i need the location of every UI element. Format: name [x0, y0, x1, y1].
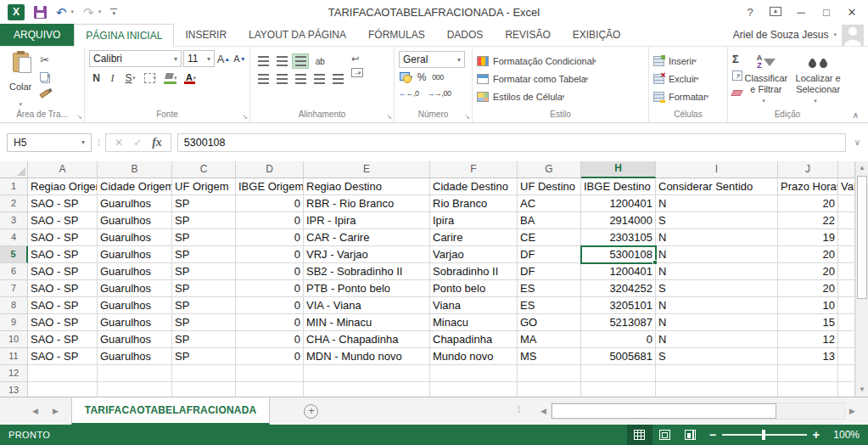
account-area[interactable]: Ariel de Souza Jesus ▾ — [733, 24, 864, 46]
cell-A10[interactable]: SAO - SP — [28, 331, 98, 348]
cell-I3[interactable]: S — [656, 212, 778, 229]
cell-H3[interactable]: 2914000 — [581, 212, 656, 229]
user-avatar[interactable] — [842, 25, 864, 46]
shrink-font-button[interactable]: A▼ — [232, 51, 247, 66]
cell-D2[interactable]: 0 — [236, 195, 304, 212]
cell-I2[interactable]: N — [656, 195, 778, 212]
column-header-I[interactable]: I — [656, 161, 778, 178]
page-break-view-button[interactable] — [678, 425, 703, 445]
cell-H11[interactable]: 5005681 — [581, 348, 656, 365]
save-button[interactable] — [34, 6, 47, 19]
cell-E11[interactable]: MDN - Mundo novo — [304, 348, 430, 365]
percent-style-button[interactable]: % — [415, 70, 429, 85]
scroll-right-button[interactable]: ▶ — [845, 403, 860, 420]
cell-D6[interactable]: 0 — [236, 263, 304, 280]
delete-cells-button[interactable]: Excluir▾ — [653, 70, 725, 87]
cell-F6[interactable]: Sobradinho II — [430, 263, 518, 280]
fill-color-button[interactable] — [163, 70, 177, 86]
cell-styles-button[interactable]: Estilos de Célula▾ — [477, 88, 646, 105]
cell-H7[interactable]: 3204252 — [581, 280, 656, 297]
row-header-13[interactable]: 13 — [0, 382, 28, 397]
cell-A5[interactable]: SAO - SP — [28, 246, 98, 263]
increase-decimal-button[interactable]: ←←,0 — [399, 89, 419, 98]
cell-D4[interactable]: 0 — [236, 229, 304, 246]
cell-J10[interactable]: 12 — [778, 331, 838, 348]
row-header-3[interactable]: 3 — [0, 212, 28, 229]
cell-I10[interactable]: N — [656, 331, 778, 348]
sheet-tab-active[interactable]: TARIFACAOTABELAFRACIONADA — [71, 397, 271, 425]
cell-J1[interactable]: Prazo Horas — [778, 178, 838, 195]
tab-inserir[interactable]: INSERIR — [174, 24, 238, 46]
tab-dados[interactable]: DADOS — [436, 24, 495, 46]
cell-B13[interactable] — [98, 382, 172, 397]
cell-C13[interactable] — [172, 382, 236, 397]
bold-button[interactable]: N — [89, 70, 104, 86]
comma-style-button[interactable]: 000 — [431, 70, 445, 85]
cell-H8[interactable]: 3205101 — [581, 297, 656, 314]
cell-A13[interactable] — [28, 382, 98, 397]
cell-A2[interactable]: SAO - SP — [28, 195, 98, 212]
cell-I6[interactable]: N — [656, 263, 778, 280]
font-dialog-launcher[interactable]: ↘ — [242, 114, 248, 121]
italic-button[interactable]: I — [105, 70, 120, 86]
scroll-left-button[interactable]: ◀ — [536, 403, 551, 420]
cell-I5[interactable]: N — [656, 246, 778, 263]
vertical-scrollbar-thumb[interactable] — [857, 176, 867, 299]
new-sheet-button[interactable]: + — [304, 404, 318, 419]
cell-I7[interactable]: S — [656, 280, 778, 297]
cell-E4[interactable]: CAR - Carire — [304, 229, 430, 246]
alignment-dialog-launcher[interactable]: ↘ — [386, 114, 392, 121]
cell-E2[interactable]: RBR - Rio Branco — [304, 195, 430, 212]
cell-E5[interactable]: VRJ - Varjao — [304, 246, 430, 263]
cell-J11[interactable]: 13 — [778, 348, 838, 365]
cell-A8[interactable]: SAO - SP — [28, 297, 98, 314]
cell-E1[interactable]: Regiao Destino — [304, 178, 430, 195]
decrease-decimal-button[interactable]: →→,00 — [428, 89, 451, 98]
cell-G1[interactable]: UF Destino — [518, 178, 581, 195]
column-header-A[interactable]: A — [28, 161, 98, 178]
cell-C10[interactable]: SP — [172, 331, 236, 348]
cell-D10[interactable]: 0 — [236, 331, 304, 348]
cell-A3[interactable]: SAO - SP — [28, 212, 98, 229]
cell-G6[interactable]: DF — [518, 263, 581, 280]
cell-C2[interactable]: SP — [172, 195, 236, 212]
cell-E8[interactable]: VIA - Viana — [304, 297, 430, 314]
cell-I9[interactable]: N — [656, 314, 778, 331]
cell-G10[interactable]: MA — [518, 331, 581, 348]
cell-C1[interactable]: UF Origem — [172, 178, 236, 195]
cell-I1[interactable]: Considerar Sentido — [656, 178, 778, 195]
column-header-D[interactable]: D — [236, 161, 304, 178]
underline-dropdown-icon[interactable]: ▾ — [132, 75, 136, 82]
collapse-ribbon-button[interactable]: ∧ — [853, 110, 859, 120]
cell-H9[interactable]: 5213087 — [581, 314, 656, 331]
column-header-G[interactable]: G — [518, 161, 581, 178]
normal-view-button[interactable] — [627, 425, 652, 445]
cell-D1[interactable]: IBGE Origem — [236, 178, 304, 195]
format-cells-button[interactable]: Formatar▾ — [653, 88, 725, 105]
cell-H13[interactable] — [581, 382, 656, 397]
cell-J3[interactable]: 22 — [778, 212, 838, 229]
cell-C11[interactable]: SP — [172, 348, 236, 365]
row-header-5[interactable]: 5 — [0, 246, 28, 263]
row-header-4[interactable]: 4 — [0, 229, 28, 246]
cell-K3[interactable] — [838, 212, 855, 229]
horizontal-scrollbar-thumb[interactable] — [552, 403, 776, 419]
expand-formula-bar-button[interactable]: ∨ — [852, 138, 863, 147]
cell-D12[interactable] — [236, 365, 304, 382]
align-left-button[interactable] — [255, 71, 272, 87]
scroll-up-button[interactable]: ▲ — [856, 161, 868, 175]
cell-F11[interactable]: Mundo novo — [430, 348, 518, 365]
cell-F10[interactable]: Chapadinha — [430, 331, 518, 348]
cell-C8[interactable]: SP — [172, 297, 236, 314]
cell-G2[interactable]: AC — [518, 195, 581, 212]
tab-revisao[interactable]: REVISÃO — [494, 24, 561, 46]
column-header-B[interactable]: B — [98, 161, 172, 178]
row-header-8[interactable]: 8 — [0, 297, 28, 314]
cell-G3[interactable]: BA — [518, 212, 581, 229]
cell-F13[interactable] — [430, 382, 518, 397]
row-header-11[interactable]: 11 — [0, 348, 28, 365]
cancel-entry-button[interactable]: ✕ — [115, 137, 123, 149]
cell-J5[interactable]: 20 — [778, 246, 838, 263]
increase-indent-button[interactable] — [329, 71, 346, 87]
accounting-format-button[interactable] — [399, 70, 413, 85]
